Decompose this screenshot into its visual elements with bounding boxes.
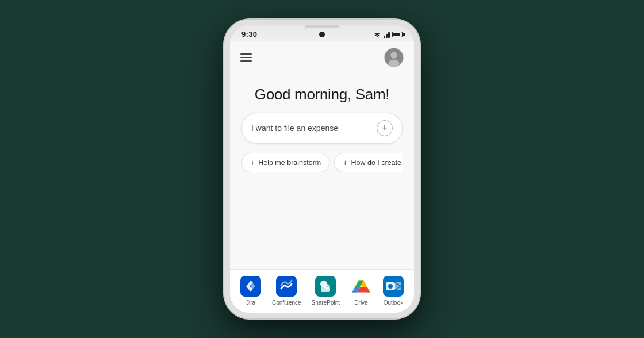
chip-brainstorm[interactable]: + Help me brainstorm bbox=[241, 153, 329, 172]
svg-rect-16 bbox=[394, 282, 401, 290]
signal-icon bbox=[384, 31, 390, 38]
jira-label: Jira bbox=[246, 299, 255, 306]
main-content: Good morning, Sam! I want to file an exp… bbox=[230, 74, 414, 269]
phone-screen: 9:30 bbox=[230, 25, 414, 313]
svg-point-2 bbox=[389, 60, 400, 67]
phone-frame: 9:30 bbox=[224, 20, 420, 318]
app-sharepoint[interactable]: SharePoint bbox=[312, 275, 340, 306]
chip-newgc[interactable]: + How do I create a new GC bbox=[334, 153, 402, 172]
drive-icon bbox=[350, 275, 372, 297]
menu-button[interactable] bbox=[240, 53, 252, 62]
status-time: 9:30 bbox=[241, 30, 257, 39]
svg-point-1 bbox=[390, 52, 397, 59]
outlook-label: Outlook bbox=[384, 299, 403, 306]
bottom-app-bar: Jira Confluence bbox=[230, 269, 414, 313]
chip-brainstorm-label: Help me brainstorm bbox=[258, 159, 321, 167]
status-icons bbox=[373, 31, 402, 38]
battery-icon bbox=[392, 32, 402, 37]
top-nav bbox=[230, 41, 414, 74]
greeting-text: Good morning, Sam! bbox=[241, 86, 402, 103]
chip-newgc-label: How do I create a new GC bbox=[351, 159, 402, 167]
app-jira[interactable]: Jira bbox=[240, 275, 262, 306]
status-bar: 9:30 bbox=[230, 25, 414, 41]
confluence-label: Confluence bbox=[272, 299, 301, 306]
phone-mockup: 9:30 bbox=[224, 20, 420, 318]
svg-point-15 bbox=[388, 284, 393, 289]
app-outlook[interactable]: Outlook bbox=[382, 275, 404, 306]
svg-rect-8 bbox=[321, 287, 330, 292]
jira-icon bbox=[240, 275, 262, 297]
outlook-icon bbox=[382, 275, 404, 297]
search-bar[interactable]: I want to file an expense + bbox=[241, 113, 402, 144]
suggestions-row: + Help me brainstorm + How do I create a… bbox=[241, 153, 402, 172]
confluence-icon bbox=[275, 275, 297, 297]
wifi-icon bbox=[373, 31, 381, 38]
chip-plus-icon-2: + bbox=[343, 158, 347, 167]
sharepoint-icon bbox=[315, 275, 336, 297]
sharepoint-label: SharePoint bbox=[312, 299, 340, 306]
search-input-text[interactable]: I want to file an expense bbox=[251, 124, 377, 133]
avatar-image bbox=[385, 48, 403, 67]
camera-dot bbox=[319, 32, 325, 37]
app-confluence[interactable]: Confluence bbox=[272, 275, 301, 306]
drive-label: Drive bbox=[354, 299, 367, 306]
avatar[interactable] bbox=[384, 48, 404, 67]
app-drive[interactable]: Drive bbox=[350, 275, 372, 306]
chip-plus-icon: + bbox=[250, 158, 255, 167]
search-add-button[interactable]: + bbox=[377, 120, 393, 136]
